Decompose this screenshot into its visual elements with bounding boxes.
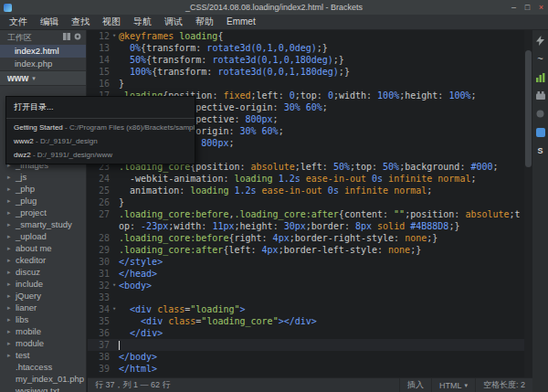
scrollbar-thumb[interactable] xyxy=(525,50,532,167)
health-icon[interactable] xyxy=(535,109,545,119)
folder-arrow-icon: ▸ xyxy=(7,349,13,361)
recent-project-item[interactable]: Getting Started - C:/Program Files (x86)… xyxy=(6,121,195,134)
tree-folder-_js[interactable]: ▸_js xyxy=(0,171,86,183)
tree-file-.htaccess[interactable]: .htaccess xyxy=(0,361,86,373)
tree-folder-_project[interactable]: ▸_project xyxy=(0,207,86,218)
insert-mode-indicator[interactable]: 插入 xyxy=(399,378,431,392)
folder-arrow-icon: ▸ xyxy=(7,325,13,337)
menu-导航[interactable]: 导航 xyxy=(127,15,158,29)
code-line[interactable]: 34▾ <div class="loading"> xyxy=(88,303,524,315)
tree-folder-include[interactable]: ▸include xyxy=(0,278,86,290)
code-line[interactable]: 30</style> xyxy=(88,256,524,268)
code-text: 100%{transform: rotate3d(0,0,1,180deg);} xyxy=(119,66,524,78)
folder-arrow-icon: ▸ xyxy=(7,278,13,290)
code-line[interactable]: 13 0%{transform: rotate3d(0,1,0,0deg);} xyxy=(88,42,524,54)
tree-folder-lianer[interactable]: ▸lianer xyxy=(0,302,86,313)
tree-folder-about me[interactable]: ▸about me xyxy=(0,242,86,254)
split-view-icon[interactable] xyxy=(63,33,70,42)
tree-folder-mobile[interactable]: ▸mobile xyxy=(0,325,86,337)
line-number: 24 xyxy=(88,173,110,185)
menubar: 文件编辑查找视图导航调试帮助Emmet xyxy=(0,15,548,30)
line-number: 34 xyxy=(88,303,110,315)
code-line[interactable]: 37 xyxy=(88,339,524,351)
fold-arrow-icon[interactable]: ▾ xyxy=(110,280,119,291)
code-line[interactable]: 33 xyxy=(88,291,524,303)
working-file-index.php[interactable]: index.php xyxy=(0,58,86,70)
tree-folder-discuz[interactable]: ▸discuz xyxy=(0,266,86,278)
folder-arrow-icon: ▸ xyxy=(7,302,13,313)
validator-icon[interactable] xyxy=(535,127,545,137)
maximize-button[interactable]: □ xyxy=(521,0,534,15)
fold-gutter xyxy=(110,54,119,66)
fold-gutter xyxy=(110,244,119,256)
tree-folder-test[interactable]: ▸test xyxy=(0,349,86,361)
stats-icon[interactable] xyxy=(535,72,545,82)
open-folder-item[interactable]: 打开目录... xyxy=(6,99,195,116)
editor[interactable]: 12▾@keyframes loading{13 0%{transform: r… xyxy=(88,30,524,377)
code-line[interactable]: 32▾<body> xyxy=(88,280,524,291)
tree-file-my_index_01.php[interactable]: my_index_01.php xyxy=(0,373,86,385)
code-line[interactable]: 39</html> xyxy=(88,363,524,375)
tree-folder-libs[interactable]: ▸libs xyxy=(0,313,86,325)
menu-编辑[interactable]: 编辑 xyxy=(34,15,65,29)
fold-gutter xyxy=(110,327,119,339)
minimize-button[interactable]: – xyxy=(507,0,521,15)
line-number: 14 xyxy=(88,54,110,66)
language-selector[interactable]: HTML ▾ xyxy=(431,378,475,392)
line-number: 13 xyxy=(88,42,110,54)
code-line[interactable]: 26} xyxy=(88,196,524,208)
code-line[interactable]: 31</head> xyxy=(88,268,524,280)
menu-调试[interactable]: 调试 xyxy=(158,15,189,29)
window-controls: –□× xyxy=(507,0,548,15)
code-line[interactable]: 28.loading_core:before{right: 4px;border… xyxy=(88,232,524,244)
extension-manager-icon[interactable] xyxy=(535,90,545,101)
tree-folder-ckeditor[interactable]: ▸ckeditor xyxy=(0,254,86,266)
tree-folder-_plug[interactable]: ▸_plug xyxy=(0,195,86,207)
line-number: 33 xyxy=(88,291,110,303)
recent-project-item[interactable]: dwz2 - D:/_9191/_design/www xyxy=(6,148,195,162)
code-line[interactable]: 15 100%{transform: rotate3d(0,0,1,180deg… xyxy=(88,66,524,78)
working-file-index2.html[interactable]: index2.html xyxy=(0,45,86,58)
recent-project-item[interactable]: www2 - D:/_9191/_design xyxy=(6,134,195,148)
brackets-app-icon xyxy=(4,4,12,12)
code-line[interactable]: 14 50%{transform: rotate3d(0,1,0,180deg)… xyxy=(88,54,524,66)
tree-folder-jQuery[interactable]: ▸jQuery xyxy=(0,290,86,302)
code-text: -webkit-animation: loading 1.2s ease-in-… xyxy=(119,173,524,185)
menu-视图[interactable]: 视图 xyxy=(96,15,127,29)
tree-file-wysiwyg.txt[interactable]: wysiwyg.txt xyxy=(0,385,86,392)
fold-gutter xyxy=(110,173,119,185)
gear-icon[interactable] xyxy=(74,33,81,42)
code-text: 50%{transform: rotate3d(0,1,0,180deg);} xyxy=(119,54,524,66)
code-line[interactable]: 35 <div class="loading_core"></div> xyxy=(88,315,524,327)
tree-folder-_smarty_study[interactable]: ▸_smarty_study xyxy=(0,218,86,230)
menu-查找[interactable]: 查找 xyxy=(65,15,96,29)
fold-arrow-icon[interactable]: ▾ xyxy=(110,303,119,315)
close-button[interactable]: × xyxy=(534,0,548,15)
menu-Emmet[interactable]: Emmet xyxy=(220,15,262,29)
code-line[interactable]: 27.loading_core:before,.loading_core:aft… xyxy=(88,208,524,232)
code-text: </div> xyxy=(119,327,524,339)
line-number: 37 xyxy=(88,339,110,351)
code-line[interactable]: 38</body> xyxy=(88,351,524,363)
tree-folder-_php[interactable]: ▸_php xyxy=(0,183,86,195)
fold-arrow-icon[interactable]: ▾ xyxy=(110,30,119,42)
code-line[interactable]: 36 </div> xyxy=(88,327,524,339)
live-preview-icon[interactable] xyxy=(535,36,545,46)
project-dropdown[interactable]: www ▾ xyxy=(0,70,86,86)
beautify-icon[interactable]: ~ xyxy=(535,54,545,64)
tree-folder-module[interactable]: ▸module xyxy=(0,337,86,349)
code-line[interactable]: 16} xyxy=(88,78,524,90)
menu-文件[interactable]: 文件 xyxy=(3,15,34,29)
code-line[interactable]: 25 animation: loading 1.2s ease-in-out 0… xyxy=(88,185,524,196)
code-line[interactable]: 24 -webkit-animation: loading 1.2s ease-… xyxy=(88,173,524,185)
tree-folder-_upload[interactable]: ▸_upload xyxy=(0,230,86,242)
code-line[interactable]: 12▾@keyframes loading{ xyxy=(88,30,524,42)
spaces-setting[interactable]: 空格长度: 2 xyxy=(475,378,532,392)
snippets-icon[interactable]: S xyxy=(535,145,545,155)
fold-gutter xyxy=(110,363,119,375)
editor-scrollbar[interactable] xyxy=(524,30,532,377)
working-files-header: 工作区 xyxy=(0,30,86,45)
menu-帮助[interactable]: 帮助 xyxy=(189,15,220,29)
line-number: 25 xyxy=(88,185,110,196)
code-line[interactable]: 29.loading_core:after{left: 4px;border-l… xyxy=(88,244,524,256)
